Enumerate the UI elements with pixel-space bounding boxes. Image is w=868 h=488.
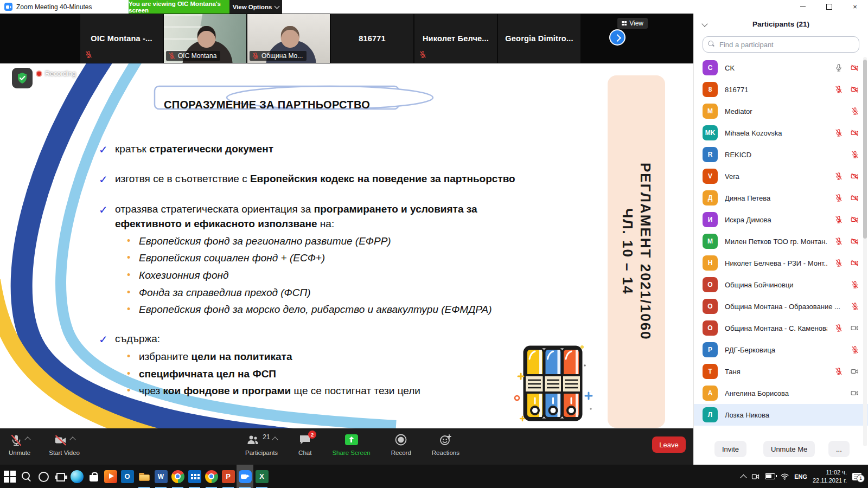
mic-muted-icon: [419, 50, 427, 59]
panel-collapse-chevron[interactable]: [701, 21, 707, 27]
invite-button[interactable]: Invite: [714, 441, 746, 457]
mic-options-chevron[interactable]: [24, 436, 30, 442]
tray-overflow-chevron[interactable]: [740, 474, 747, 481]
view-options-button[interactable]: View Options: [229, 0, 282, 14]
participant-row[interactable]: Р РДГ-Берковица: [694, 339, 868, 361]
participant-row[interactable]: О Община Бойчиновци: [694, 274, 868, 296]
participants-options-chevron[interactable]: [272, 436, 278, 442]
bullet-text: специфичната цел на ФСП: [139, 367, 276, 382]
taskbar-icon-chrome[interactable]: [169, 465, 186, 488]
start-video-button[interactable]: Start Video: [49, 433, 80, 456]
taskbar-icon-excel[interactable]: [253, 465, 270, 488]
viewing-screen-banner: You are viewing OIC Montana's screen: [129, 0, 229, 14]
scrollbar-thumb[interactable]: [863, 60, 867, 239]
video-tile-obshtina-montana[interactable]: Община Мо... Община Мо...: [247, 14, 330, 63]
taskbar-icon-store[interactable]: [85, 465, 102, 488]
share-screen-button[interactable]: Share Screen: [332, 433, 370, 456]
unmute-me-button[interactable]: Unmute Me: [763, 441, 815, 457]
participant-name: Лозка Никова: [725, 411, 852, 419]
shield-check-icon: [16, 72, 29, 85]
participant-row[interactable]: Д Дияна Петева: [694, 187, 868, 209]
tile-name-label: Georgia Dimitro...: [498, 14, 580, 63]
more-options-button[interactable]: ...: [828, 441, 850, 457]
minimize-button[interactable]: [790, 0, 816, 14]
maximize-button[interactable]: [816, 0, 842, 14]
taskbar-icon-word[interactable]: [152, 465, 169, 488]
participant-name: Mediator: [725, 107, 844, 115]
meeting-encryption-shield[interactable]: [12, 68, 33, 88]
battery-icon[interactable]: [765, 473, 775, 479]
taskbar-icon-cortana[interactable]: [35, 465, 52, 488]
close-button[interactable]: ×: [842, 0, 868, 14]
participant-avatar: Л: [703, 407, 718, 422]
participant-row[interactable]: О Община Монтана - С. Каменова: [694, 317, 868, 339]
slide-bullet: ✓ изготвя се в съответствие с Европейски…: [99, 172, 521, 187]
mic-muted-icon: [851, 345, 859, 354]
unmute-button[interactable]: Unmute: [9, 433, 30, 456]
bullet-marker: •: [127, 350, 139, 364]
participants-panel: Participants (21) C CK: [693, 14, 868, 465]
taskbar-icon-file-explorer[interactable]: [136, 465, 152, 488]
mic-muted-icon: [834, 367, 843, 376]
video-tile-georgia[interactable]: Georgia Dimitro... Georgia Dimitro...: [498, 14, 580, 63]
participant-row[interactable]: Н Николет Белчева - РЗИ - Монт...: [694, 252, 868, 274]
record-icon: [394, 433, 407, 446]
participant-avatar: V: [703, 169, 718, 184]
action-center-icon[interactable]: 1: [852, 473, 861, 480]
taskbar-icon-task-view[interactable]: [52, 465, 68, 488]
taskbar-icon-movies[interactable]: [102, 465, 119, 488]
regulation-side-banner: РЕГЛАМЕНТ 2021/1060 ЧЛ. 10 – 14: [608, 75, 665, 428]
camera-in-use-icon[interactable]: [751, 473, 760, 480]
participants-button[interactable]: 21 Participants: [245, 433, 278, 456]
panel-scrollbar[interactable]: [863, 57, 867, 446]
taskbar-icon-search[interactable]: [18, 465, 35, 488]
video-options-chevron[interactable]: [69, 436, 75, 442]
reactions-button[interactable]: Reactions: [432, 433, 459, 456]
participant-row[interactable]: C CK: [694, 57, 868, 79]
mic-muted-icon: [834, 85, 843, 94]
chat-button[interactable]: 2 Chat: [298, 433, 311, 456]
video-tile-oic-montana-room[interactable]: OIC Montana -... OIC Montana -...: [80, 14, 163, 63]
view-layout-button[interactable]: View: [617, 18, 648, 29]
view-options-label: View Options: [233, 4, 272, 10]
find-participant-input[interactable]: [703, 36, 859, 53]
participant-row[interactable]: MK Mihaela Kozovska: [694, 122, 868, 144]
next-page-arrow-button[interactable]: [609, 29, 626, 46]
participant-row[interactable]: M Mediator: [694, 100, 868, 122]
bullet-text: Европейския фонд за регионално развитие …: [139, 234, 391, 249]
clock[interactable]: 11:02 ч. 22.11.2021 г.: [813, 468, 847, 484]
taskbar-icon-zoom[interactable]: [237, 465, 253, 488]
video-tile-816771[interactable]: 816771 816771: [331, 14, 413, 63]
participant-row[interactable]: Т Таня: [694, 361, 868, 382]
participant-avatar: C: [703, 60, 718, 75]
taskbar-icon-edge[interactable]: [68, 465, 85, 488]
participant-row[interactable]: Л Лозка Никова: [694, 404, 868, 426]
participant-row[interactable]: V Vera: [694, 165, 868, 187]
video-tile-oic-montana[interactable]: OIC Montana OIC Montana: [164, 14, 246, 63]
participant-name: Община Монтана - Образование ...: [725, 303, 844, 311]
tile-chip-label: OIC Montana: [178, 52, 216, 60]
participant-row[interactable]: О Община Монтана - Образование ...: [694, 296, 868, 317]
camera-off-icon: [850, 85, 859, 94]
leave-button[interactable]: Leave: [652, 436, 686, 453]
record-button[interactable]: Record: [391, 433, 411, 456]
slide-bullet: • Европейския фонд за морско дело, рибар…: [99, 303, 521, 317]
participant-row[interactable]: А Ангелина Борисова: [694, 382, 868, 404]
participant-row[interactable]: И Искра Димова: [694, 209, 868, 230]
camera-off-icon: [54, 433, 68, 447]
participant-row[interactable]: R REKICD: [694, 144, 868, 165]
taskbar-icon-powerpoint[interactable]: [220, 465, 237, 488]
recording-indicator: Recording: [36, 70, 76, 78]
participant-row[interactable]: M Милен Петков ТОО гр. Монтан...: [694, 230, 868, 252]
taskbar-icon-outlook[interactable]: [119, 465, 136, 488]
participant-row[interactable]: 8 816771: [694, 79, 868, 100]
taskbar-icon-chrome-2[interactable]: [203, 465, 220, 488]
taskbar-icon-calculator[interactable]: [186, 465, 203, 488]
wifi-icon[interactable]: [781, 473, 789, 480]
keyboard-language[interactable]: ENG: [794, 473, 807, 480]
slide-bullet: • специфичната цел на ФСП: [99, 367, 521, 382]
taskbar-icon-windows-start[interactable]: [1, 465, 18, 488]
tile-name-chip: OIC Montana: [166, 51, 220, 61]
slide-bullet: ✓ кратък стратегически документ: [99, 142, 521, 157]
video-tile-nikolet[interactable]: Николет Белче... Николет Белче...: [414, 14, 497, 63]
